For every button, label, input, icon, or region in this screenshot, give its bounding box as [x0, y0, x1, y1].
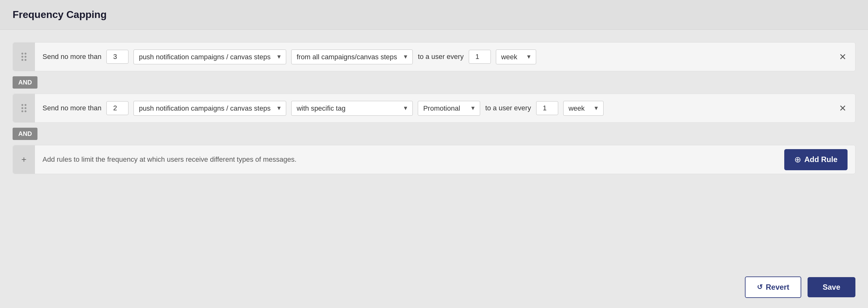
rule-2-tag-select[interactable]: Promotional Transactional Informational	[418, 101, 480, 116]
save-label: Save	[823, 283, 840, 291]
and-badge-2: AND	[12, 128, 37, 140]
add-rule-placeholder-text: Add rules to limit the frequency at whic…	[42, 156, 784, 164]
rule-1-scope-dropdown-wrapper: from all campaigns/canvas steps with spe…	[291, 50, 413, 64]
page-title: Frequency Capping	[12, 9, 107, 20]
rule-2-interval-input[interactable]	[536, 101, 558, 115]
rule-2-every-label: to a user every	[485, 104, 531, 112]
footer: ↺ Revert Save	[0, 267, 868, 308]
plus-icon: +	[22, 155, 26, 165]
and-badge-1: AND	[12, 76, 37, 89]
rule-2-type-dropdown-wrapper: push notification campaigns / canvas ste…	[133, 101, 286, 116]
rule-1-period-select[interactable]: day week month	[496, 50, 536, 64]
rule-1-count-input[interactable]	[106, 50, 128, 64]
page-header: Frequency Capping	[0, 0, 868, 30]
rule-2-tag-dropdown-wrapper: Promotional Transactional Informational …	[418, 101, 480, 116]
rule-2-period-select[interactable]: day week month	[563, 101, 603, 116]
rule-1-type-dropdown-wrapper: push notification campaigns / canvas ste…	[133, 50, 286, 64]
rule-1-type-select[interactable]: push notification campaigns / canvas ste…	[133, 50, 286, 64]
rule-2-type-select[interactable]: push notification campaigns / canvas ste…	[133, 101, 286, 116]
revert-label: Revert	[766, 283, 789, 291]
add-rule-plus-icon: ⊕	[794, 155, 801, 165]
rule-2-scope-select[interactable]: from all campaigns/canvas steps with spe…	[291, 101, 413, 116]
rule-1-interval-input[interactable]	[469, 50, 491, 64]
save-button[interactable]: Save	[808, 277, 856, 297]
rule-2-close-button[interactable]: ✕	[838, 102, 847, 115]
rule-2-scope-dropdown-wrapper: from all campaigns/canvas steps with spe…	[291, 101, 413, 116]
rule-row-1: Send no more than push notification camp…	[12, 42, 856, 71]
rule-2-send-label: Send no more than	[42, 104, 101, 112]
revert-button[interactable]: ↺ Revert	[745, 277, 801, 298]
drag-handle-2[interactable]	[13, 94, 35, 122]
add-rule-button-label: Add Rule	[804, 155, 837, 164]
revert-icon: ↺	[757, 283, 763, 291]
rule-1-close-button[interactable]: ✕	[838, 51, 847, 63]
rule-1-period-dropdown-wrapper: day week month ▼	[496, 50, 536, 64]
rule-1-content: Send no more than push notification camp…	[42, 50, 833, 64]
rule-2-period-dropdown-wrapper: day week month ▼	[563, 101, 603, 116]
drag-handle-1[interactable]	[13, 43, 35, 71]
add-rule-button[interactable]: ⊕ Add Rule	[784, 149, 847, 170]
add-rule-row: + Add rules to limit the frequency at wh…	[12, 145, 856, 174]
add-rule-handle: +	[13, 145, 35, 174]
rule-1-every-label: to a user every	[418, 53, 464, 61]
rule-2-count-input[interactable]	[106, 101, 128, 115]
rule-2-content: Send no more than push notification camp…	[42, 101, 833, 116]
rule-row-2: Send no more than push notification camp…	[12, 94, 856, 123]
rule-1-send-label: Send no more than	[42, 53, 101, 61]
main-content: Send no more than push notification camp…	[0, 30, 868, 267]
rule-1-scope-select[interactable]: from all campaigns/canvas steps with spe…	[291, 50, 413, 64]
